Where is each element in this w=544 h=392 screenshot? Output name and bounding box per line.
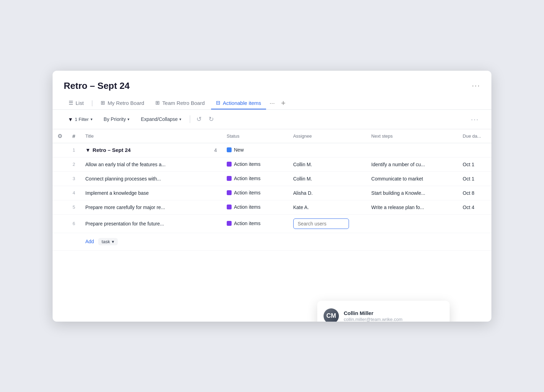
row-nextsteps-1: [366, 143, 458, 157]
tab-list[interactable]: ☰ List: [64, 97, 88, 109]
status-dot-action: [227, 162, 232, 167]
add-row-status: [222, 233, 288, 250]
row-assignee-5: Kate A.: [288, 200, 366, 214]
row-status-4: Action items: [222, 186, 288, 200]
row-nextsteps-4: Start building a Knowle...: [366, 186, 458, 200]
row-settings-6: [53, 214, 67, 233]
row-title-5[interactable]: Prepare more carefully for major re...: [80, 200, 222, 214]
task-type-dropdown[interactable]: task ▾: [98, 238, 118, 245]
status-label: Action items: [234, 161, 261, 167]
row-duedate-6: [458, 214, 491, 233]
list-icon: ☰: [69, 100, 73, 106]
add-row-duedate: [458, 233, 491, 250]
toolbar-more-button[interactable]: ···: [469, 114, 480, 125]
redo-button[interactable]: ↻: [207, 114, 216, 124]
row-assignee-1: [288, 143, 366, 157]
table-row: 1 ▼ Retro – Sept 24 4 New: [53, 143, 491, 157]
tab-actionable-label: Actionable items: [223, 100, 261, 106]
task-label: task: [102, 239, 110, 244]
app-window: Retro – Sept 24 ··· ☰ List | ⊞ My Retro …: [53, 71, 491, 322]
user-dropdown-item[interactable]: CM Collin Miller collin.miller@team.wrik…: [317, 303, 450, 322]
table-row: 5 Prepare more carefully for major re...…: [53, 200, 491, 214]
table-header-row: ⚙ # Title Status Assignee Next steps Due…: [53, 129, 491, 143]
add-row-content[interactable]: Add task ▾: [80, 233, 222, 250]
row-assignee-6[interactable]: [288, 214, 366, 233]
status-label: New: [234, 147, 244, 153]
tab-my-retro[interactable]: ⊞ My Retro Board: [96, 97, 149, 109]
expand-label: Expand/Collapse: [141, 116, 178, 122]
nav-tabs: ☰ List | ⊞ My Retro Board ⊞ Team Retro B…: [53, 91, 491, 110]
row-title-2[interactable]: Allow an early trial of the features a..…: [80, 157, 222, 171]
row-status-5: Action items: [222, 200, 288, 214]
expand-chevron: ▾: [179, 117, 181, 122]
undo-button[interactable]: ↺: [194, 114, 204, 124]
row-title-text: Retro – Sept 24: [93, 147, 131, 153]
table-row: 2 Allow an early trial of the features a…: [53, 157, 491, 171]
row-nextsteps-3: Communicate to market: [366, 171, 458, 186]
col-settings[interactable]: ⚙: [53, 129, 67, 143]
row-num-6: 6: [67, 214, 80, 233]
row-title-3[interactable]: Connect planning processes with...: [80, 171, 222, 186]
filter-icon: ▼: [68, 116, 73, 122]
board-icon-2: ⊞: [155, 100, 160, 106]
filter-chevron: ▾: [91, 117, 93, 122]
tab-team-retro[interactable]: ⊞ Team Retro Board: [150, 97, 210, 109]
status-dot-action: [227, 221, 232, 226]
row-num-1: 1: [67, 143, 80, 157]
nav-add-button[interactable]: +: [278, 97, 288, 109]
toolbar: ▼ 1 Filter ▾ By Priority ▾ Expand/Collap…: [53, 110, 491, 129]
row-title-text: Prepare presentation for the future...: [85, 221, 164, 226]
nav-more-button[interactable]: ···: [267, 97, 277, 110]
add-row-num: [67, 233, 80, 250]
row-title-4[interactable]: Implement a knowledge base: [80, 186, 222, 200]
tab-list-label: List: [76, 100, 84, 106]
add-row: Add task ▾: [53, 233, 491, 250]
row-title-text: Allow an early trial of the features a..…: [85, 162, 165, 167]
add-row-settings: [53, 233, 67, 250]
row-settings-1: [53, 143, 67, 157]
expand-collapse-button[interactable]: Expand/Collapse ▾: [137, 114, 186, 124]
row-title-text: Connect planning processes with...: [85, 176, 161, 182]
add-button[interactable]: Add: [85, 239, 94, 244]
row-duedate-1: [458, 143, 491, 157]
col-status: Status: [222, 129, 288, 143]
row-nextsteps-2: Identify a number of cu...: [366, 157, 458, 171]
row-num-2: 2: [67, 157, 80, 171]
avatar-collin: CM: [324, 308, 339, 322]
status-dot-action: [227, 176, 232, 181]
filter-button[interactable]: ▼ 1 Filter ▾: [64, 114, 97, 124]
group-label: By Priority: [104, 116, 126, 122]
settings-icon: ⚙: [57, 133, 62, 139]
row-title-6[interactable]: Prepare presentation for the future...: [80, 214, 222, 233]
row-num-4: 4: [67, 186, 80, 200]
row-duedate-3: Oct 1: [458, 171, 491, 186]
row-status-3: Action items: [222, 171, 288, 186]
tab-actionable[interactable]: ⊟ Actionable items: [211, 97, 266, 109]
tab-my-retro-label: My Retro Board: [108, 100, 144, 106]
main-table: ⚙ # Title Status Assignee Next steps Due…: [53, 129, 491, 251]
col-nextsteps: Next steps: [366, 129, 458, 143]
header-more-button[interactable]: ···: [472, 81, 480, 90]
row-status-2: Action items: [222, 157, 288, 171]
search-users-input[interactable]: [293, 218, 349, 229]
row-num-5: 5: [67, 200, 80, 214]
add-row-assignee: [288, 233, 366, 250]
row-status-6: Action items: [222, 214, 288, 233]
table-row: 6 Prepare presentation for the future...…: [53, 214, 491, 233]
status-dot-new: [227, 147, 232, 152]
col-num: #: [67, 129, 80, 143]
status-dot-action: [227, 190, 232, 195]
row-nextsteps-6: [366, 214, 458, 233]
user-email: collin.miller@team.wrike.com: [344, 317, 403, 322]
status-label: Action items: [234, 190, 261, 195]
col-title: Title: [80, 129, 222, 143]
status-label: Action items: [234, 221, 261, 226]
group-by-button[interactable]: By Priority ▾: [100, 114, 134, 124]
tab-team-retro-label: Team Retro Board: [162, 100, 205, 106]
expand-chevron-icon[interactable]: ▼: [85, 147, 91, 153]
row-duedate-2: Oct 1: [458, 157, 491, 171]
status-label: Action items: [234, 204, 261, 210]
user-dropdown: CM Collin Miller collin.miller@team.wrik…: [317, 301, 450, 322]
row-title-1[interactable]: ▼ Retro – Sept 24 4: [80, 143, 222, 157]
group-chevron: ▾: [127, 117, 130, 122]
